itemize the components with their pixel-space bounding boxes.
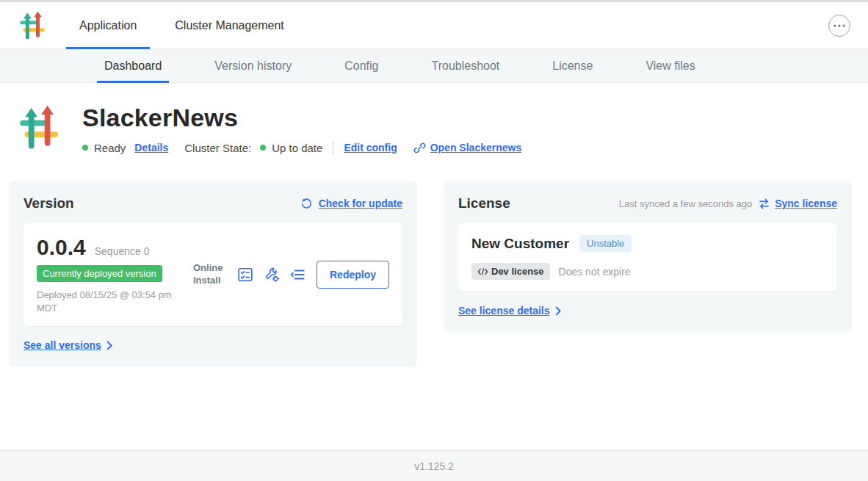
- see-license-details-label: See license details: [458, 305, 550, 317]
- console-version-label: v1.125.2: [414, 460, 454, 472]
- version-actions: Online Install: [193, 261, 389, 289]
- install-type-label: Online Install: [193, 262, 227, 287]
- license-type-badge: Dev license: [471, 263, 550, 280]
- ready-status-label: Ready: [94, 142, 126, 154]
- deploy-logs-icon[interactable]: [290, 267, 306, 283]
- app-logo-large-icon: [16, 104, 62, 152]
- version-card-header: Version Check for update: [23, 195, 402, 211]
- top-nav: Application Cluster Management: [0, 2, 868, 49]
- license-card-header: License Last synced a few seconds ago: [458, 195, 837, 211]
- last-synced-label: Last synced a few seconds ago: [619, 198, 752, 209]
- subnav-item-config[interactable]: Config: [337, 49, 386, 82]
- subnav-item-troubleshoot[interactable]: Troubleshoot: [424, 49, 507, 82]
- subnav-item-dashboard[interactable]: Dashboard: [97, 49, 169, 82]
- dashboard-main: SlackerNews Ready Details Cluster State:…: [0, 83, 868, 450]
- channel-badge: Unstable: [579, 235, 632, 252]
- customer-name: New Customer: [471, 236, 569, 252]
- redeploy-button[interactable]: Redeploy: [317, 261, 389, 289]
- cluster-state-dot: [260, 145, 266, 151]
- version-number: 0.0.4: [37, 235, 86, 260]
- top-tab-bar: Application Cluster Management: [66, 2, 309, 48]
- cluster-state-value: Up to date: [272, 142, 322, 154]
- ellipsis-icon: [839, 24, 841, 26]
- tab-cluster-management[interactable]: Cluster Management: [162, 2, 297, 48]
- check-for-update-label: Check for update: [319, 198, 402, 209]
- dashboard-cards: Version Check for update 0.0.4 Sequ: [9, 181, 852, 366]
- subnav-item-view-files[interactable]: View files: [638, 49, 702, 82]
- subnav-config-label: Config: [344, 59, 378, 73]
- subnav-troubleshoot-label: Troubleshoot: [431, 59, 499, 73]
- app-logo-icon[interactable]: [18, 10, 47, 41]
- subnav-license-label: License: [552, 59, 593, 73]
- status-divider: [333, 141, 333, 154]
- tab-application-label: Application: [79, 19, 137, 32]
- sync-arrows-icon: [758, 198, 770, 210]
- chain-link-icon: [413, 142, 426, 154]
- console-footer: v1.125.2: [0, 450, 868, 481]
- sequence-label: Sequence 0: [95, 245, 150, 257]
- tab-application[interactable]: Application: [66, 2, 150, 48]
- page-title: SlackerNews: [82, 104, 521, 132]
- cluster-state-label: Cluster State:: [184, 142, 251, 154]
- open-app-label: Open Slackernews: [430, 142, 522, 153]
- subnav-dashboard-label: Dashboard: [104, 59, 162, 73]
- license-card-title: License: [458, 195, 510, 211]
- current-version-info: 0.0.4 Sequence 0 Currently deployed vers…: [37, 235, 193, 314]
- current-version-panel: 0.0.4 Sequence 0 Currently deployed vers…: [23, 223, 402, 326]
- check-for-update-link[interactable]: Check for update: [300, 198, 402, 210]
- chevron-right-icon: [106, 341, 113, 350]
- deployed-timestamp: Deployed 08/15/25 @ 03:54 pm MDT: [37, 289, 193, 314]
- see-all-versions-label: See all versions: [23, 339, 101, 351]
- open-app-link[interactable]: Open Slackernews: [413, 142, 522, 154]
- details-link[interactable]: Details: [134, 142, 168, 153]
- see-license-details-link[interactable]: See license details: [458, 305, 562, 317]
- sync-license-link[interactable]: Sync license: [758, 198, 837, 210]
- sync-license-label: Sync license: [775, 198, 837, 209]
- see-all-versions-link[interactable]: See all versions: [23, 339, 113, 351]
- app-header: SlackerNews Ready Details Cluster State:…: [16, 102, 852, 154]
- tab-cluster-management-label: Cluster Management: [175, 19, 284, 32]
- edit-config-link[interactable]: Edit config: [344, 142, 397, 153]
- config-wrench-icon[interactable]: [264, 267, 280, 283]
- license-expiration: Does not expire: [559, 266, 631, 278]
- subnav-item-version-history[interactable]: Version history: [207, 49, 299, 82]
- refresh-icon: [300, 198, 313, 210]
- deployed-status-badge: Currently deployed version: [37, 265, 162, 282]
- code-brackets-icon: [477, 268, 488, 275]
- subnav-version-history-label: Version history: [214, 59, 292, 73]
- more-options-button[interactable]: [828, 15, 850, 37]
- subnav-item-license[interactable]: License: [545, 49, 600, 82]
- license-type-label: Dev license: [491, 266, 544, 277]
- license-details-panel: New Customer Unstable: [458, 223, 837, 292]
- subnav-view-files-label: View files: [645, 59, 695, 73]
- app-subnav: Dashboard Version history Config Trouble…: [0, 49, 868, 83]
- version-card-title: Version: [23, 195, 74, 211]
- preflight-checks-icon[interactable]: [237, 267, 253, 283]
- ready-status-dot: [82, 145, 88, 151]
- chevron-right-icon: [555, 306, 562, 316]
- version-card: Version Check for update 0.0.4 Sequ: [9, 181, 417, 366]
- license-card: License Last synced a few seconds ago: [444, 181, 852, 332]
- app-status-row: Ready Details Cluster State: Up to date …: [82, 141, 521, 154]
